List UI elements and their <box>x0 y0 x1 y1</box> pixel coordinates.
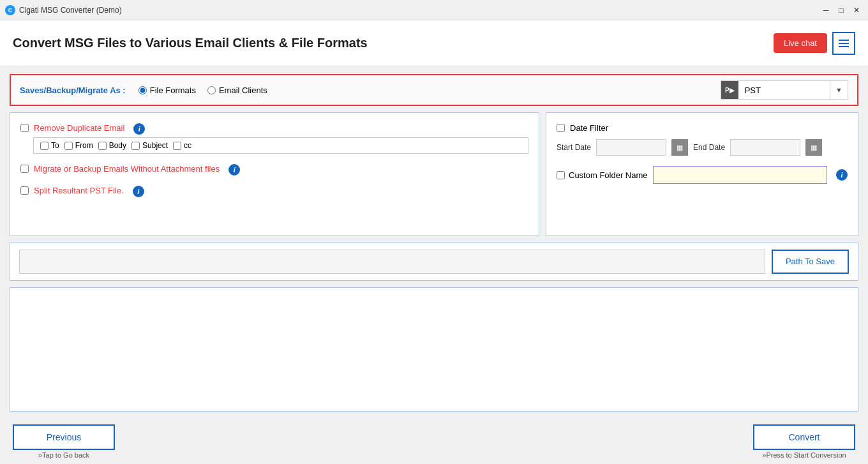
path-to-save-button[interactable]: Path To Save <box>772 250 849 274</box>
date-filter-header: Date Filter <box>557 123 848 133</box>
pst-label: PST <box>738 86 830 95</box>
duplicate-email-row: Remove Duplicate Email i <box>20 123 528 135</box>
date-inputs-row: Start Date ▦ End Date ▦ <box>557 139 848 156</box>
field-body-checkbox[interactable] <box>98 142 107 150</box>
field-cc-checkbox[interactable] <box>173 142 181 150</box>
previous-hint: »Tap to Go back <box>38 451 89 459</box>
field-from-label: From <box>75 141 93 150</box>
migrate-info-icon[interactable]: i <box>228 164 240 176</box>
end-date-input[interactable] <box>730 139 800 156</box>
migrate-checkbox[interactable] <box>20 165 29 173</box>
hamburger-line-3 <box>839 46 849 47</box>
custom-folder-label[interactable]: Custom Folder Name <box>557 170 648 180</box>
minimize-button[interactable]: ─ <box>819 4 832 17</box>
custom-folder-input[interactable] <box>653 166 827 184</box>
duplicate-fields-container: To From Body Subject <box>33 137 528 154</box>
convert-button[interactable]: Convert <box>753 424 855 450</box>
field-cc[interactable]: cc <box>173 141 191 150</box>
options-panel: Remove Duplicate Email i To From <box>10 112 539 236</box>
file-formats-radio[interactable]: File Formats <box>138 86 196 95</box>
file-formats-label: File Formats <box>150 86 196 95</box>
field-cc-label: cc <box>184 141 191 150</box>
page-title: Convert MSG Files to Various Email Clien… <box>13 36 368 50</box>
end-date-picker-button[interactable]: ▦ <box>805 139 822 156</box>
email-clients-radio-input[interactable] <box>207 86 216 94</box>
pst-dropdown-arrow[interactable]: ▼ <box>830 81 848 99</box>
field-to-label: To <box>51 141 59 150</box>
saves-migrate-bar: Saves/Backup/Migrate As : File Formats E… <box>10 74 858 106</box>
main-area: Remove Duplicate Email i To From <box>10 112 858 236</box>
duplicate-info-icon[interactable]: i <box>133 123 145 135</box>
content-area: Saves/Backup/Migrate As : File Formats E… <box>0 66 868 419</box>
field-from[interactable]: From <box>64 141 93 150</box>
custom-folder-info-icon[interactable]: i <box>836 169 848 181</box>
hamburger-line-2 <box>839 43 849 44</box>
field-subject[interactable]: Subject <box>131 141 168 150</box>
field-subject-label: Subject <box>142 141 168 150</box>
title-bar: C Cigati MSG Converter (Demo) ─ □ ✕ <box>0 0 868 20</box>
split-checkbox[interactable] <box>20 186 29 195</box>
footer: Previous »Tap to Go back Convert »Press … <box>0 419 868 464</box>
footer-left: Previous »Tap to Go back <box>13 424 115 459</box>
email-clients-radio[interactable]: Email Clients <box>207 86 267 95</box>
migrate-label[interactable]: Migrate or Backup Emails Without Attachm… <box>34 164 220 174</box>
field-subject-checkbox[interactable] <box>131 142 140 150</box>
end-date-label: End Date <box>693 143 725 152</box>
field-to[interactable]: To <box>40 141 59 150</box>
field-to-checkbox[interactable] <box>40 142 49 150</box>
hamburger-button[interactable] <box>832 32 855 55</box>
header-bar: Convert MSG Files to Various Email Clien… <box>0 20 868 66</box>
duplicate-email-label[interactable]: Remove Duplicate Email <box>34 123 124 133</box>
title-bar-controls: ─ □ ✕ <box>819 4 863 17</box>
previous-button[interactable]: Previous <box>13 424 115 450</box>
log-section <box>10 287 858 412</box>
start-date-label: Start Date <box>557 143 591 152</box>
date-filter-section: Date Filter Start Date ▦ End Date ▦ <box>557 123 848 156</box>
date-filter-label[interactable]: Date Filter <box>570 123 608 133</box>
date-filter-checkbox[interactable] <box>557 124 565 132</box>
title-bar-text: Cigati MSG Converter (Demo) <box>19 6 819 15</box>
start-date-picker-button[interactable]: ▦ <box>671 139 688 156</box>
split-label[interactable]: Split Resultant PST File. <box>34 186 124 195</box>
split-info-icon[interactable]: i <box>133 186 144 197</box>
file-formats-radio-input[interactable] <box>138 86 147 94</box>
pst-dropdown[interactable]: P▶ PST ▼ <box>721 80 848 100</box>
duplicate-email-checkbox[interactable] <box>20 124 29 132</box>
right-panel: Date Filter Start Date ▦ End Date ▦ <box>546 112 858 236</box>
field-body[interactable]: Body <box>98 141 126 150</box>
save-path-input[interactable]: C:\Users\admin\Desktop <box>19 250 765 274</box>
header-right: Live chat <box>774 32 855 55</box>
start-date-input[interactable] <box>596 139 666 156</box>
saves-label: Saves/Backup/Migrate As : <box>20 86 126 95</box>
maximize-button[interactable]: □ <box>835 4 848 17</box>
custom-folder-section: Custom Folder Name i <box>557 166 848 184</box>
app-icon: C <box>5 5 15 15</box>
migrate-option-row: Migrate or Backup Emails Without Attachm… <box>20 164 528 176</box>
email-clients-label: Email Clients <box>219 86 267 95</box>
split-option-row: Split Resultant PST File. i <box>20 186 528 197</box>
field-body-label: Body <box>109 141 126 150</box>
field-from-checkbox[interactable] <box>64 142 73 150</box>
duplicate-email-option: Remove Duplicate Email i To From <box>20 123 528 154</box>
live-chat-button[interactable]: Live chat <box>774 33 827 53</box>
hamburger-line-1 <box>839 40 849 41</box>
main-window: C Cigati MSG Converter (Demo) ─ □ ✕ Conv… <box>0 0 868 464</box>
convert-hint: »Press to Start Conversion <box>762 451 846 459</box>
footer-right: Convert »Press to Start Conversion <box>753 424 855 459</box>
close-button[interactable]: ✕ <box>850 4 863 17</box>
pst-icon: P▶ <box>721 81 738 99</box>
path-section: C:\Users\admin\Desktop Path To Save <box>10 243 858 281</box>
radio-group: File Formats Email Clients <box>138 86 267 95</box>
custom-folder-checkbox[interactable] <box>557 171 565 179</box>
